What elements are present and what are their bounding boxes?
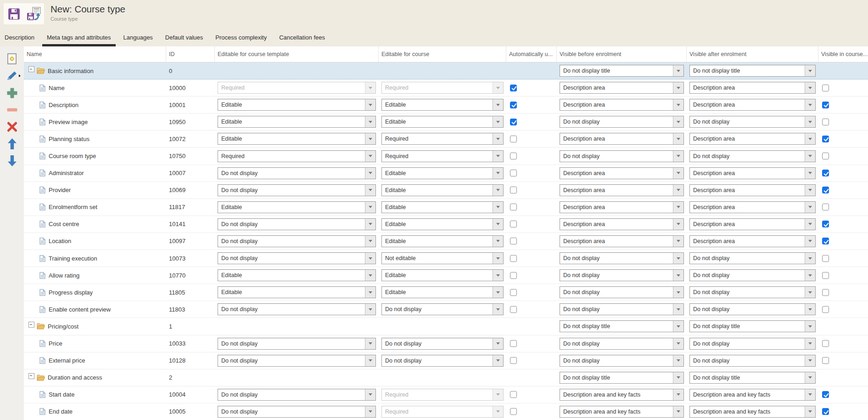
automatically-updated-checkbox[interactable]: [510, 306, 517, 313]
editable-for-course-template-dropdown[interactable]: Do not display: [218, 167, 376, 179]
group-row[interactable]: Basic information0Do not display titleDo…: [24, 62, 868, 79]
editable-for-course-template-dropdown[interactable]: Editable: [218, 116, 376, 128]
automatically-updated-checkbox[interactable]: [510, 340, 517, 347]
automatically-updated-checkbox[interactable]: [510, 136, 517, 142]
visible-after-enrolment-dropdown[interactable]: Do not display: [689, 150, 816, 162]
visible-after-enrolment-dropdown[interactable]: Description area: [689, 184, 816, 196]
visible-in-course-checkbox[interactable]: [822, 136, 829, 142]
visible-after-enrolment-dropdown[interactable]: Do not display title: [689, 65, 816, 77]
editable-for-course-template-dropdown[interactable]: Editable: [218, 99, 376, 111]
move-up-button[interactable]: [3, 137, 21, 151]
visible-before-enrolment-dropdown[interactable]: Description area and key facts: [560, 406, 684, 418]
delete-button[interactable]: [3, 120, 21, 134]
editable-for-course-template-dropdown[interactable]: Do not display: [218, 218, 376, 230]
visible-in-course-checkbox[interactable]: [822, 272, 829, 279]
visible-in-course-checkbox[interactable]: [822, 204, 829, 210]
visible-before-enrolment-dropdown[interactable]: Do not display title: [560, 372, 684, 384]
visible-after-enrolment-dropdown[interactable]: Description area and key facts: [689, 406, 816, 418]
attribute-row[interactable]: Description10001EditableEditableDescript…: [24, 96, 868, 114]
editable-for-course-dropdown[interactable]: Editable: [381, 116, 504, 128]
attribute-row[interactable]: Provider10069Do not displayEditableDescr…: [24, 182, 868, 199]
editable-for-course-template-dropdown[interactable]: Editable: [218, 201, 376, 213]
visible-in-course-checkbox[interactable]: [822, 289, 829, 296]
collapse-toggle-icon[interactable]: [28, 322, 34, 328]
visible-in-course-checkbox[interactable]: [822, 153, 829, 159]
editable-for-course-dropdown[interactable]: Editable: [381, 235, 504, 247]
editable-for-course-dropdown[interactable]: Editable: [381, 269, 504, 281]
visible-before-enrolment-dropdown[interactable]: Do not display: [560, 269, 684, 281]
group-row[interactable]: Duration and access2Do not display title…: [24, 369, 868, 386]
new-item-button[interactable]: [3, 52, 21, 66]
automatically-updated-checkbox[interactable]: [510, 357, 517, 364]
visible-in-course-checkbox[interactable]: [822, 391, 829, 398]
editable-for-course-dropdown[interactable]: Editable: [381, 99, 504, 111]
visible-after-enrolment-dropdown[interactable]: Description area: [689, 201, 816, 213]
visible-in-course-checkbox[interactable]: [822, 170, 829, 176]
visible-before-enrolment-dropdown[interactable]: Do not display: [560, 286, 684, 298]
editable-for-course-template-dropdown[interactable]: Do not display: [218, 338, 376, 350]
visible-after-enrolment-dropdown[interactable]: Do not display: [689, 338, 816, 350]
attribute-row[interactable]: Progress display11805EditableEditableDo …: [24, 284, 868, 301]
automatically-updated-checkbox[interactable]: [510, 170, 517, 176]
tab-process-complexity[interactable]: Process complexity: [211, 28, 271, 46]
automatically-updated-checkbox[interactable]: [510, 255, 517, 262]
automatically-updated-checkbox[interactable]: [510, 238, 517, 244]
editable-for-course-template-dropdown[interactable]: Required: [218, 150, 376, 162]
tab-languages[interactable]: Languages: [119, 28, 157, 46]
attribute-row[interactable]: Course room type10750RequiredRequiredDo …: [24, 148, 868, 165]
visible-before-enrolment-dropdown[interactable]: Description area: [560, 218, 684, 230]
visible-before-enrolment-dropdown[interactable]: Do not display title: [560, 65, 684, 77]
attribute-row[interactable]: Start date10004Do not displayRequiredDes…: [24, 386, 868, 403]
visible-before-enrolment-dropdown[interactable]: Description area: [560, 201, 684, 213]
visible-before-enrolment-dropdown[interactable]: Do not display: [560, 150, 684, 162]
visible-before-enrolment-dropdown[interactable]: Description area: [560, 167, 684, 179]
visible-in-course-checkbox[interactable]: [822, 102, 829, 108]
attribute-row[interactable]: Preview image10950EditableEditableDo not…: [24, 114, 868, 131]
tab-description[interactable]: Description: [0, 28, 39, 46]
tab-meta-tags-and-attributes[interactable]: Meta tags and attributes: [42, 28, 115, 46]
automatically-updated-checkbox[interactable]: [510, 85, 517, 91]
editable-for-course-template-dropdown[interactable]: Do not display: [218, 184, 376, 196]
visible-after-enrolment-dropdown[interactable]: Do not display title: [689, 372, 816, 384]
visible-before-enrolment-dropdown[interactable]: Description area: [560, 99, 684, 111]
automatically-updated-checkbox[interactable]: [510, 408, 517, 415]
attribute-row[interactable]: External price10128Do not displayDo not …: [24, 352, 868, 369]
visible-after-enrolment-dropdown[interactable]: Description area: [689, 167, 816, 179]
editable-for-course-dropdown[interactable]: Required: [381, 150, 504, 162]
attribute-row[interactable]: End date10005Do not displayRequiredDescr…: [24, 403, 868, 420]
visible-before-enrolment-dropdown[interactable]: Do not display: [560, 355, 684, 367]
attribute-row[interactable]: Planning status10072EditableRequiredDesc…: [24, 131, 868, 148]
visible-in-course-checkbox[interactable]: [822, 187, 829, 193]
visible-in-course-checkbox[interactable]: [822, 340, 829, 347]
save-button[interactable]: [6, 6, 22, 22]
automatically-updated-checkbox[interactable]: [510, 289, 517, 296]
editable-for-course-dropdown[interactable]: Do not display: [381, 355, 504, 367]
editable-for-course-template-dropdown[interactable]: Do not display: [218, 303, 376, 315]
visible-after-enrolment-dropdown[interactable]: Do not display: [689, 269, 816, 281]
automatically-updated-checkbox[interactable]: [510, 204, 517, 210]
visible-before-enrolment-dropdown[interactable]: Description area and key facts: [560, 389, 684, 401]
visible-after-enrolment-dropdown[interactable]: Do not display: [689, 303, 816, 315]
visible-in-course-checkbox[interactable]: [822, 85, 829, 91]
visible-after-enrolment-dropdown[interactable]: Description area: [689, 133, 816, 145]
editable-for-course-dropdown[interactable]: Do not display: [381, 303, 504, 315]
visible-in-course-checkbox[interactable]: [822, 221, 829, 227]
visible-in-course-checkbox[interactable]: [822, 238, 829, 244]
collapse-toggle-icon[interactable]: [28, 373, 34, 379]
visible-after-enrolment-dropdown[interactable]: Description area: [689, 218, 816, 230]
attribute-row[interactable]: Location10097Do not displayEditableDescr…: [24, 233, 868, 250]
automatically-updated-checkbox[interactable]: [510, 391, 517, 398]
attribute-row[interactable]: Enable content preview11803Do not displa…: [24, 301, 868, 318]
editable-for-course-dropdown[interactable]: Editable: [381, 201, 504, 213]
visible-after-enrolment-dropdown[interactable]: Do not display: [689, 355, 816, 367]
attribute-row[interactable]: Enrolmentform set11817EditableEditableDe…: [24, 199, 868, 216]
editable-for-course-dropdown[interactable]: Required: [381, 133, 504, 145]
editable-for-course-dropdown[interactable]: Editable: [381, 167, 504, 179]
visible-in-course-checkbox[interactable]: [822, 306, 829, 313]
visible-after-enrolment-dropdown[interactable]: Do not display: [689, 116, 816, 128]
automatically-updated-checkbox[interactable]: [510, 119, 517, 125]
visible-before-enrolment-dropdown[interactable]: Description area: [560, 133, 684, 145]
editable-for-course-dropdown[interactable]: Editable: [381, 286, 504, 298]
save-and-close-button[interactable]: [26, 6, 42, 22]
attribute-row[interactable]: Training execution10073Do not displayNot…: [24, 250, 868, 267]
